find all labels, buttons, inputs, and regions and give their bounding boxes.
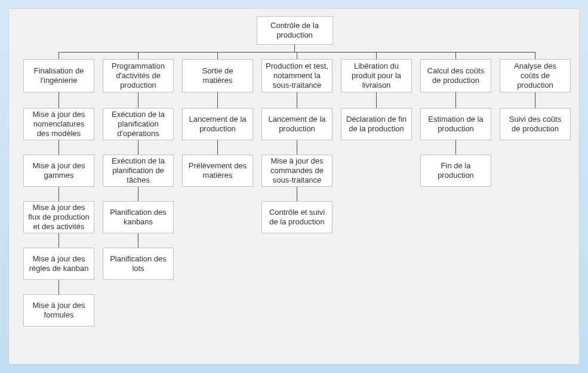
diagram-canvas: Contrôle de la productionFinalisation de…	[8, 8, 580, 365]
col-0-child-1: Mise à jour des gammes	[23, 155, 94, 187]
col-3-head: Production et test, notamment la sous-tr…	[261, 59, 333, 93]
col-2-child-1-label: Prélèvement des matières	[186, 161, 249, 181]
col-5-head-label: Calcul des coûts de production	[424, 66, 487, 86]
col-2-child-0-label: Lancement de la production	[186, 115, 249, 134]
col-0-child-2: Mise à jour des flux de production et de…	[23, 201, 94, 233]
col-1-child-3: Planification des lots	[103, 248, 174, 280]
col-4-child-0: Déclaration de fin de la production	[341, 108, 412, 140]
col-5-child-1-label: Fin de la production	[424, 161, 487, 181]
col-3-child-0: Lancement de la production	[261, 108, 333, 140]
col-6-child-0: Suivi des coûts de production	[500, 108, 571, 140]
col-3-child-1: Mise à jour des commandes de sous-traita…	[261, 155, 333, 187]
col-4-head-label: Libération du produit pour la livraison	[345, 61, 408, 91]
col-3-child-0-label: Lancement de la production	[266, 115, 328, 134]
col-5-child-0-label: Estimation de la production	[424, 115, 487, 134]
col-3-child-1-label: Mise à jour des commandes de sous-traita…	[266, 156, 328, 186]
col-1-child-0-label: Exécution de la planification d'opératio…	[107, 110, 170, 139]
col-1-child-0: Exécution de la planification d'opératio…	[103, 108, 174, 140]
col-6-child-0-label: Suivi des coûts de production	[504, 115, 567, 134]
col-2-child-1: Prélèvement des matières	[182, 155, 253, 187]
col-2-head: Sortie de matières	[182, 59, 253, 93]
root-node: Contrôle de la production	[257, 16, 333, 45]
col-6-head: Analyse des coûts de production	[500, 59, 571, 93]
col-0-head: Finalisation de l'ingénierie	[23, 59, 94, 93]
col-6-head-label: Analyse des coûts de production	[504, 61, 567, 91]
col-0-child-1-label: Mise à jour des gammes	[27, 161, 90, 181]
col-0-child-0: Mise à jour des nomenclatures des modèle…	[23, 108, 94, 140]
col-1-head-label: Programmation d'activités de production	[107, 61, 170, 91]
col-0-child-0-label: Mise à jour des nomenclatures des modèle…	[27, 110, 90, 139]
col-2-head-label: Sortie de matières	[186, 66, 249, 86]
col-0-child-4: Mise à jour des formules	[23, 294, 94, 326]
col-5-head: Calcul des coûts de production	[420, 59, 491, 93]
col-1-child-1-label: Exécution de la planification de tâches	[107, 156, 170, 186]
col-0-child-4-label: Mise à jour des formules	[27, 301, 90, 320]
col-0-child-3-label: Mise à jour des règles de kanban	[27, 254, 90, 274]
col-0-child-3: Mise à jour des règles de kanban	[23, 248, 94, 280]
col-4-child-0-label: Déclaration de fin de la production	[345, 115, 408, 134]
col-1-child-1: Exécution de la planification de tâches	[103, 155, 174, 187]
col-3-child-2-label: Contrôle et suivi de la production	[266, 208, 328, 227]
col-5-child-0: Estimation de la production	[420, 108, 491, 140]
col-1-child-2: Planification des kanbans	[103, 201, 174, 233]
col-4-head: Libération du produit pour la livraison	[341, 59, 412, 93]
col-1-child-2-label: Planification des kanbans	[107, 208, 170, 227]
col-0-child-2-label: Mise à jour des flux de production et de…	[27, 203, 90, 232]
root-node-label: Contrôle de la production	[261, 21, 329, 41]
col-5-child-1: Fin de la production	[420, 155, 491, 187]
col-1-head: Programmation d'activités de production	[103, 59, 174, 93]
col-0-head-label: Finalisation de l'ingénierie	[27, 66, 90, 86]
col-1-child-3-label: Planification des lots	[107, 254, 170, 274]
col-3-child-2: Contrôle et suivi de la production	[261, 201, 333, 233]
col-3-head-label: Production et test, notamment la sous-tr…	[266, 61, 328, 91]
col-2-child-0: Lancement de la production	[182, 108, 253, 140]
